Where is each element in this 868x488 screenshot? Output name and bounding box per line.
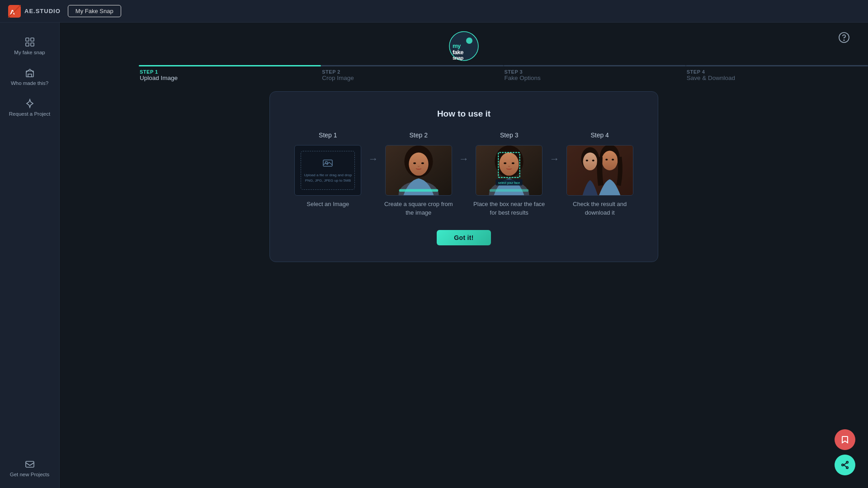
how-step-3-img: select your face (476, 145, 542, 196)
step-line-3 (504, 65, 686, 66)
step-label-4: STEP 4 Save & Download (686, 69, 868, 81)
step-title-3: Fake Options (505, 75, 686, 81)
step-line-1 (139, 65, 321, 66)
step-bar: STEP 1 Upload Image STEP 2 Crop Image (60, 65, 868, 81)
how-step-2-img (385, 145, 452, 196)
how-step-3-label: Step 3 (500, 131, 518, 139)
grid-icon (25, 37, 35, 47)
step-num-1: STEP 1 (140, 69, 321, 75)
bookmark-fab-button[interactable] (835, 429, 855, 450)
svg-text:snap: snap (453, 55, 463, 61)
svg-point-44 (612, 159, 614, 160)
sidebar-item-who-made-this[interactable]: Who made this? (0, 61, 59, 92)
how-step-4-img (566, 145, 633, 196)
my-fake-snap-nav-button[interactable]: My Fake Snap (68, 5, 121, 17)
content-area: my fake snap STEP 1 (60, 23, 868, 488)
got-it-button[interactable]: Got it! (437, 230, 491, 245)
step-line-4 (686, 65, 868, 66)
step-label-3: STEP 3 Fake Options (504, 69, 686, 81)
step-item-2: STEP 2 Crop Image (321, 65, 503, 81)
svg-point-22 (413, 162, 416, 164)
sidebar-item-my-fake-snap[interactable]: My fake snap (0, 31, 59, 61)
step-title-4: Save & Download (687, 75, 868, 81)
sparkle-icon (25, 99, 35, 108)
how-step-4-label: Step 4 (590, 131, 609, 139)
logo-text: AE.STUDIO (24, 8, 61, 14)
step-num-4: STEP 4 (687, 69, 868, 75)
share-icon (840, 460, 849, 469)
sidebar-bottom: Get new Projects (0, 453, 59, 488)
svg-point-38 (583, 153, 597, 170)
svg-rect-34 (490, 189, 529, 192)
svg-point-45 (846, 461, 848, 463)
couple-image (567, 145, 633, 196)
step-item-3: STEP 3 Fake Options (504, 65, 686, 81)
step-item-4: STEP 4 Save & Download (686, 65, 868, 81)
step-label-2: STEP 2 Crop Image (321, 69, 503, 81)
top-nav: A AE.STUDIO My Fake Snap (0, 0, 868, 23)
svg-point-43 (605, 159, 608, 160)
arrow-2-3: → (457, 153, 471, 165)
svg-point-39 (586, 160, 588, 161)
sidebar-item-get-new-projects[interactable]: Get new Projects (0, 453, 59, 483)
svg-text:my: my (453, 42, 461, 49)
logo-area: A AE.STUDIO (8, 5, 61, 18)
arrow-3-4: → (547, 153, 562, 165)
svg-rect-6 (31, 43, 34, 46)
svg-point-46 (846, 467, 848, 469)
ae-logo-icon: A (8, 5, 21, 18)
svg-rect-3 (26, 38, 29, 41)
svg-point-30 (512, 162, 514, 164)
sidebar-label-my-fake-snap: My fake snap (14, 50, 45, 55)
svg-rect-24 (399, 189, 438, 192)
how-step-1: Step 1 Upload a file or drag and dropPNG… (290, 131, 366, 209)
step-title-1: Upload Image (140, 75, 321, 81)
svg-point-10 (466, 38, 472, 44)
svg-text:select your face: select your face (498, 181, 520, 185)
step-title-2: Crop Image (322, 75, 503, 81)
step-line-2 (321, 65, 503, 66)
how-step-2-label: Step 2 (410, 131, 428, 139)
how-step-1-label: Step 1 (319, 131, 337, 139)
share-fab-button[interactable] (835, 455, 855, 475)
modal-title: How to use it (437, 109, 491, 119)
sidebar: My fake snap Who made this? Request a Pr… (0, 23, 60, 488)
help-button[interactable] (838, 32, 850, 45)
svg-point-42 (602, 151, 618, 170)
how-step-4: Step 4 (561, 131, 638, 217)
upload-box-text: Upload a file or drag and dropPNG, JPG, … (304, 173, 352, 183)
svg-point-29 (504, 162, 506, 164)
mail-icon (25, 459, 35, 469)
how-to-use-card: How to use it Step 1 (269, 91, 658, 262)
woman-crop-image (386, 145, 452, 196)
building-icon (25, 68, 35, 78)
how-step-3-desc: Place the box near the face for best res… (471, 200, 547, 217)
arrow-1-2: → (366, 153, 381, 165)
how-to-steps-row: Step 1 Upload a file or drag and dropPNG… (290, 131, 638, 217)
svg-point-15 (844, 40, 844, 40)
brand-logo: my fake snap (448, 31, 479, 61)
step-item-1: STEP 1 Upload Image (139, 65, 321, 81)
help-circle-icon (838, 32, 850, 43)
step-label-1: STEP 1 Upload Image (139, 69, 321, 81)
svg-rect-5 (26, 43, 29, 46)
sidebar-item-request-project[interactable]: Request a Project (0, 92, 59, 123)
fab-area (835, 429, 855, 475)
svg-point-23 (421, 162, 424, 164)
how-step-4-desc: Check the result and download it (561, 200, 638, 217)
sidebar-label-get-new-projects: Get new Projects (10, 472, 50, 477)
woman-box-image: select your face (476, 145, 542, 196)
svg-point-28 (500, 153, 519, 176)
how-step-2: Step 2 (380, 131, 457, 217)
fake-snap-logo: my fake snap (448, 31, 479, 61)
upload-icon (322, 158, 333, 169)
how-step-1-img: Upload a file or drag and dropPNG, JPG, … (294, 145, 361, 196)
svg-point-47 (842, 464, 844, 466)
svg-rect-4 (31, 38, 34, 41)
sidebar-label-who-made-this: Who made this? (11, 80, 48, 86)
svg-point-21 (409, 153, 428, 176)
how-step-2-desc: Create a square crop from the image (380, 200, 457, 217)
sidebar-label-request-project: Request a Project (9, 111, 50, 117)
bookmark-icon (840, 435, 849, 444)
how-step-1-desc: Select an Image (307, 200, 349, 209)
